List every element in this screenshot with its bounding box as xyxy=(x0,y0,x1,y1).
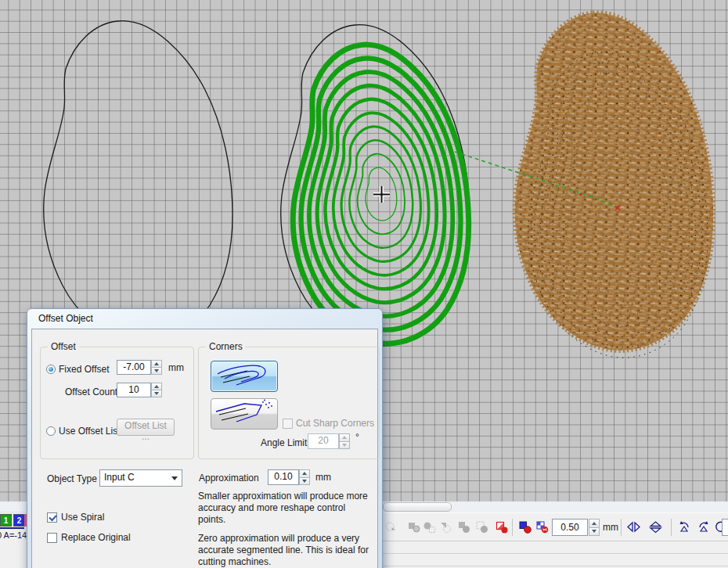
toolbar-separator xyxy=(512,519,513,536)
mirror-horizontal-icon[interactable] xyxy=(626,520,641,534)
approximation-input[interactable]: 0.10 xyxy=(268,469,299,485)
spinner-down-button[interactable] xyxy=(339,442,350,450)
app-window: { "dialog": { "title": "Offset Object", … xyxy=(0,0,728,568)
rotate-right-icon[interactable] xyxy=(696,520,711,534)
object-type-combo[interactable]: Input C xyxy=(99,469,182,487)
dialog-title[interactable]: Offset Object xyxy=(31,309,378,329)
pull-compensation-input[interactable]: 0.50 xyxy=(552,519,588,536)
offset-group-label: Offset xyxy=(48,341,79,352)
object-type-label: Object Type xyxy=(47,473,97,484)
spinner-up-button[interactable] xyxy=(151,360,162,368)
spinner-up-button[interactable] xyxy=(151,383,162,390)
replace-original-checkbox[interactable] xyxy=(47,533,57,543)
spinner-down-button[interactable] xyxy=(589,528,600,537)
offset-count-input[interactable]: 10 xyxy=(117,383,151,397)
color-palette-fragment: 1 2 xyxy=(0,512,27,529)
spinner-down-button[interactable] xyxy=(151,368,162,375)
disabled-shape-tool-6-icon[interactable] xyxy=(475,520,488,534)
sharp-corners-button[interactable] xyxy=(211,398,278,430)
fixed-offset-unit: mm xyxy=(168,362,184,373)
corner-rays-dots xyxy=(262,400,272,408)
rounded-corners-button[interactable] xyxy=(211,361,278,392)
offset-count-spinner[interactable] xyxy=(151,383,162,397)
disabled-shape-tool-2-icon[interactable] xyxy=(407,520,420,534)
use-spiral-checkbox[interactable] xyxy=(47,512,57,523)
pattern-object-icon[interactable] xyxy=(535,520,549,534)
pull-compensation-spinner[interactable] xyxy=(589,519,600,536)
palette-color-1-label: 1 xyxy=(4,516,9,525)
toolbar-separator xyxy=(671,519,672,536)
approximation-info-text-1: Smaller approximation will produce more … xyxy=(198,491,375,526)
sharp-corners-icon xyxy=(211,399,277,429)
fixed-offset-spinner[interactable] xyxy=(151,360,162,375)
angle-limit-label: Angle Limit xyxy=(261,437,307,448)
approximation-unit: mm xyxy=(315,472,331,483)
use-spiral-label: Use Spiral xyxy=(61,512,104,523)
disabled-shape-tool-4-icon[interactable] xyxy=(438,520,452,534)
rotate-angle-input[interactable]: 0 xyxy=(722,519,728,536)
palette-color-1[interactable]: 1 xyxy=(0,514,12,527)
angle-limit-input[interactable]: 20 xyxy=(308,433,339,449)
rotate-left-icon[interactable] xyxy=(677,520,692,534)
offset-list-button[interactable]: Offset List ... xyxy=(117,419,175,436)
remove-overlaps-icon[interactable] xyxy=(495,520,508,534)
spacing-unit-label: mm xyxy=(603,522,618,533)
fixed-offset-radio[interactable] xyxy=(46,365,56,374)
approximation-spinner[interactable] xyxy=(299,469,310,485)
use-offset-list-label: Use Offset List xyxy=(59,426,120,437)
toolbar-separator xyxy=(621,519,622,536)
offset-object-dialog: Offset Object Offset Fixed Offset -7.00 … xyxy=(27,308,383,568)
color-object-icon[interactable] xyxy=(518,520,532,534)
spinner-up-button[interactable] xyxy=(589,519,600,528)
mirror-vertical-icon[interactable] xyxy=(648,520,663,534)
palette-color-2[interactable]: 2 xyxy=(13,514,25,527)
bottom-toolbar-area: 0.50 mm 0 xyxy=(380,501,728,568)
cut-sharp-corners-checkbox[interactable] xyxy=(283,419,293,429)
spinner-down-button[interactable] xyxy=(151,390,162,397)
object-type-value: Input C xyxy=(104,472,135,483)
scrollbar-thumb[interactable] xyxy=(383,502,452,512)
cut-sharp-corners-label: Cut Sharp Corners xyxy=(296,418,374,429)
angle-limit-unit: ° xyxy=(355,432,359,443)
statusbar-rows xyxy=(380,541,728,566)
horizontal-scrollbar[interactable] xyxy=(380,501,728,512)
spinner-up-button[interactable] xyxy=(339,433,350,442)
approximation-label: Approximation xyxy=(199,473,259,484)
statusbar-fragment: 0 A=-14 xyxy=(0,529,27,542)
approximation-info-text-2: Zero approximation will produce a very a… xyxy=(198,533,375,568)
chevron-down-icon xyxy=(171,476,178,480)
angle-limit-spinner[interactable] xyxy=(339,433,350,449)
fixed-offset-label: Fixed Offset xyxy=(59,364,109,375)
palette-selection-underline xyxy=(0,527,24,529)
spinner-down-button[interactable] xyxy=(299,478,310,486)
status-angle-readout: 0 A=-14 xyxy=(0,529,27,541)
rounded-corners-icon xyxy=(211,361,277,391)
bottom-left-fragment: 1 2 0 A=-14 xyxy=(0,501,27,568)
offset-count-label: Offset Count xyxy=(65,386,117,397)
object-toolbar: 0.50 mm 0 xyxy=(380,512,728,541)
spinner-up-button[interactable] xyxy=(299,469,310,478)
disabled-shape-tool-3-icon[interactable] xyxy=(423,520,436,534)
corners-group-label: Corners xyxy=(206,341,246,352)
fixed-offset-input[interactable]: -7.00 xyxy=(117,360,151,375)
use-offset-list-radio[interactable] xyxy=(46,426,56,436)
palette-color-2-label: 2 xyxy=(17,516,22,525)
disabled-shape-tool-5-icon[interactable] xyxy=(457,520,470,534)
scrollbar-track-fragment[interactable] xyxy=(0,501,27,512)
replace-original-label: Replace Original xyxy=(61,532,131,543)
dialog-client-area: Offset Fixed Offset -7.00 mm Offset Coun… xyxy=(31,329,378,568)
disabled-shape-tool-1-icon[interactable] xyxy=(384,520,398,534)
